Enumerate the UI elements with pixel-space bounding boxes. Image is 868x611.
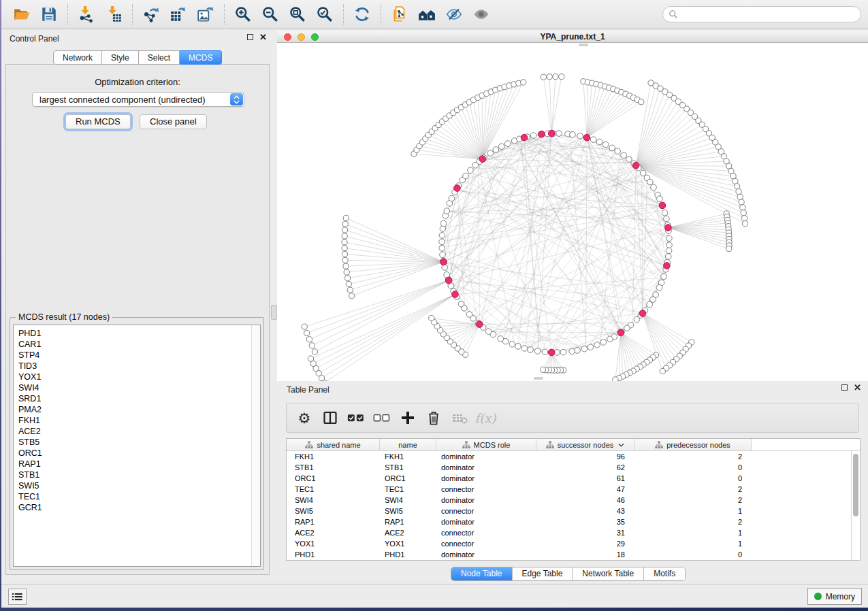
- column-header-shared-name[interactable]: shared name: [287, 439, 380, 450]
- network-node[interactable]: [594, 342, 600, 348]
- table-row[interactable]: FKH1FKH1dominator962: [287, 451, 851, 462]
- mcds-result-item[interactable]: TEC1: [14, 491, 251, 502]
- zoom-selected-icon[interactable]: [315, 4, 335, 24]
- mcds-result-item[interactable]: SWI5: [14, 480, 251, 491]
- network-node[interactable]: [741, 216, 747, 221]
- zoom-out-icon[interactable]: [260, 4, 280, 24]
- network-node[interactable]: [342, 227, 348, 233]
- float-panel-icon[interactable]: [247, 34, 253, 40]
- network-node[interactable]: [615, 148, 621, 154]
- select-all-icon[interactable]: [347, 409, 365, 427]
- network-node[interactable]: [308, 356, 313, 361]
- close-table-panel-icon[interactable]: ✕: [854, 384, 861, 391]
- network-mcds-node[interactable]: [617, 329, 624, 336]
- add-column-icon[interactable]: [399, 409, 417, 427]
- network-node[interactable]: [530, 133, 536, 139]
- network-node[interactable]: [651, 184, 657, 191]
- network-node[interactable]: [440, 252, 446, 258]
- network-node[interactable]: [439, 233, 445, 239]
- mcds-result-item[interactable]: STP4: [14, 350, 251, 361]
- network-node[interactable]: [647, 179, 654, 185]
- network-node[interactable]: [485, 329, 492, 335]
- tab-network-table[interactable]: Network Table: [573, 567, 644, 580]
- delete-columns-icon[interactable]: [425, 409, 443, 427]
- mcds-result-item[interactable]: SWI4: [14, 382, 251, 393]
- network-node[interactable]: [736, 189, 741, 195]
- network-node[interactable]: [588, 344, 594, 350]
- network-node[interactable]: [521, 346, 528, 352]
- network-node[interactable]: [343, 263, 349, 269]
- network-mcds-node[interactable]: [521, 134, 528, 141]
- network-mcds-node[interactable]: [665, 225, 672, 231]
- network-node[interactable]: [624, 325, 630, 331]
- float-table-panel-icon[interactable]: [841, 384, 848, 391]
- network-node[interactable]: [541, 74, 546, 80]
- network-node[interactable]: [498, 336, 504, 342]
- network-node[interactable]: [342, 251, 347, 257]
- network-mcds-node[interactable]: [479, 156, 486, 163]
- network-node[interactable]: [607, 336, 613, 342]
- mcds-result-item[interactable]: GCR1: [14, 502, 251, 513]
- network-canvas[interactable]: [277, 43, 868, 381]
- hide-details-icon[interactable]: [444, 4, 464, 24]
- table-row[interactable]: ACE2ACE2connector311: [287, 527, 851, 538]
- toggle-column-panel-icon[interactable]: [321, 409, 339, 427]
- tab-select[interactable]: Select: [139, 50, 180, 65]
- mcds-result-item[interactable]: RAP1: [14, 459, 251, 469]
- network-node[interactable]: [660, 368, 665, 374]
- network-node[interactable]: [449, 195, 455, 201]
- network-node[interactable]: [570, 132, 576, 138]
- network-node[interactable]: [661, 274, 667, 280]
- table-row[interactable]: TEC1TEC1connector472: [287, 484, 851, 495]
- network-node[interactable]: [521, 80, 526, 85]
- network-node[interactable]: [342, 233, 347, 239]
- network-node[interactable]: [640, 170, 646, 176]
- panel-splitter-grip[interactable]: [271, 305, 277, 320]
- export-table-icon[interactable]: [168, 4, 189, 24]
- network-node[interactable]: [662, 210, 668, 216]
- network-node[interactable]: [347, 287, 353, 293]
- network-node[interactable]: [737, 194, 743, 199]
- network-node[interactable]: [639, 99, 644, 105]
- network-node[interactable]: [304, 330, 310, 335]
- tab-node-table[interactable]: Node Table: [451, 567, 513, 580]
- mcds-result-item[interactable]: STB5: [14, 437, 251, 448]
- mcds-result-item[interactable]: STB1: [14, 469, 251, 480]
- export-network-icon[interactable]: [141, 4, 161, 24]
- network-node[interactable]: [342, 240, 347, 245]
- network-node[interactable]: [596, 139, 602, 145]
- mcds-result-item[interactable]: SRD1: [14, 393, 251, 404]
- search-input[interactable]: [681, 10, 855, 19]
- network-mcds-node[interactable]: [632, 162, 639, 169]
- network-mcds-node[interactable]: [548, 349, 555, 356]
- network-node[interactable]: [577, 133, 583, 139]
- network-node[interactable]: [504, 141, 511, 147]
- network-node[interactable]: [312, 349, 317, 354]
- mcds-result-item[interactable]: ACE2: [14, 426, 251, 437]
- network-node[interactable]: [569, 348, 575, 354]
- network-node[interactable]: [528, 347, 534, 353]
- show-welcome-icon[interactable]: [417, 4, 437, 24]
- optimization-criterion-dropdown[interactable]: largest connected component (undirected): [32, 92, 244, 107]
- mcds-result-item[interactable]: FKH1: [14, 415, 251, 426]
- network-node[interactable]: [665, 254, 671, 260]
- close-panel-button[interactable]: Close panel: [140, 114, 207, 129]
- network-mcds-node[interactable]: [583, 134, 590, 141]
- network-node[interactable]: [468, 167, 474, 174]
- network-node[interactable]: [498, 144, 504, 150]
- export-image-icon[interactable]: [195, 4, 216, 24]
- network-mcds-node[interactable]: [445, 277, 452, 284]
- network-node[interactable]: [741, 210, 746, 216]
- network-node[interactable]: [302, 324, 307, 329]
- network-mcds-node[interactable]: [659, 202, 666, 209]
- network-mcds-node[interactable]: [440, 259, 447, 265]
- network-node[interactable]: [626, 156, 632, 163]
- pane-grip-bottom[interactable]: [534, 377, 543, 380]
- mcds-result-item[interactable]: TID3: [14, 361, 251, 371]
- network-mcds-node[interactable]: [548, 130, 555, 137]
- network-node[interactable]: [666, 235, 673, 242]
- column-header-predecessor-nodes[interactable]: predecessor nodes: [634, 439, 752, 450]
- import-network-icon[interactable]: [76, 4, 97, 24]
- network-mcds-node[interactable]: [477, 321, 483, 328]
- zoom-fit-icon[interactable]: [287, 4, 308, 24]
